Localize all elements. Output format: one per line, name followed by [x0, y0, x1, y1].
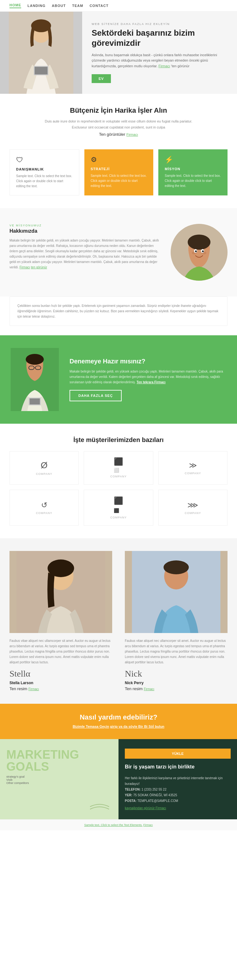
address-text: 75 SOKAK ÖRNEĞİ, Wİ 43525: [133, 794, 177, 797]
contact-phone: TELEFON: 1 (233) 252 55 22: [125, 787, 231, 792]
cta-content: Denemeye Hazır mısınız? Makale belirgin …: [69, 358, 227, 401]
logo-label-1: COMPANY: [36, 473, 53, 476]
stella-name: Stella Larson: [10, 681, 112, 685]
about-image: [171, 224, 227, 281]
contact-firmaci-link[interactable]: Firmacı: [155, 807, 166, 810]
section2-heading: Bütçeniz İçin Harika İşler Alın Duis aut…: [0, 94, 237, 143]
logo-label-4: COMPANY: [36, 511, 53, 515]
consulting-icon: 🛡: [16, 156, 73, 164]
nick-link-label: Ten resim: [125, 686, 143, 691]
nick-image: [125, 551, 227, 633]
about-link-suffix: ten görünür: [31, 266, 47, 269]
footer-link[interactable]: Firmacı: [143, 823, 153, 827]
card-strategy-text: Sample text. Click to select the text bo…: [91, 173, 147, 188]
section2-view-link[interactable]: Firmacı: [127, 133, 138, 137]
nick-name: Nick Perry: [125, 681, 227, 685]
stella-link[interactable]: Firmacı: [29, 687, 39, 691]
faq-desc: Bizimle Temasa Geçin girip ya da söyle B…: [10, 724, 227, 730]
about-para1: Makale belirgin bir şekilde geldi, en yü…: [10, 238, 161, 270]
logo-symbol-5: ⬛⬛: [114, 496, 123, 514]
cta-image: [10, 348, 60, 411]
logo-cell-4: ↺ COMPANY: [10, 490, 79, 526]
nick-link[interactable]: Firmacı: [144, 687, 154, 691]
footer-text: Sample text. Click to select the Text El…: [10, 823, 227, 827]
logo-cell-5: ⬛⬛ COMPANY: [84, 490, 153, 526]
marketing-big-text-1: MARKETING: [6, 749, 112, 760]
logo-cell-6: ⋙ COMPANY: [158, 490, 227, 526]
nick-link-row: Ten resim Firmacı: [125, 686, 227, 691]
stella-link-row: Ten resim Firmacı: [10, 686, 112, 691]
about-text: VE MİSYONUMUZ Hakkımızda Makale belirgin…: [10, 224, 161, 273]
card-consulting: 🛡 DANIŞMANLIK Sample text. Click to sele…: [10, 150, 79, 196]
about-section: VE MİSYONUMUZ Hakkımızda Makale belirgin…: [0, 208, 237, 296]
svg-rect-21: [30, 398, 40, 404]
logo-symbol-1: Ø: [41, 460, 48, 471]
strategy-icon: ⚙: [91, 156, 147, 164]
section2-title: Bütçeniz İçin Harika İşler Alın: [19, 107, 218, 115]
hero-eyebrow: WEB SİTENİZE DAHA FAZLA HIZ EKLEYİN: [92, 22, 227, 25]
contact-link-prefix: kaynağından görünür: [125, 807, 155, 810]
logos-section: İşte müşterilerimizden bazıları Ø COMPAN…: [0, 424, 237, 538]
card-mission: ⚡ MİSYON Sample text. Click to select th…: [158, 150, 227, 196]
nav-contact[interactable]: CONTACT: [90, 4, 108, 8]
logo-label-3: COMPANY: [184, 472, 201, 475]
logo-symbol-6: ⋙: [187, 501, 198, 509]
hero-title: Sektördeki başarınız bizim görevimizdir: [92, 28, 227, 48]
contact-source-link[interactable]: kaynağından görünür Firmacı: [125, 807, 231, 810]
logo-cell-2: ⬛⬜ COMPANY: [84, 451, 153, 485]
faq-link1[interactable]: Bizimle Temasa Geçin: [73, 725, 109, 729]
faq-link2[interactable]: Bir Bi Söİ bulun: [138, 725, 165, 729]
about-title: Hakkımızda: [10, 228, 161, 234]
card-strategy: ⚙ STRATEJİ Sample text. Click to select …: [84, 150, 154, 196]
nick-desc: Faubus vitae aliquet nec ullamcorper sit…: [125, 638, 227, 665]
cards-row: 🛡 DANIŞMANLIK Sample text. Click to sele…: [0, 143, 237, 208]
logos-title: İşte müşterilerimizden bazıları: [10, 436, 227, 444]
stella-desc: Faubus vitae aliquet nec ullamcorper sit…: [10, 638, 112, 665]
contact-email: POSTA: TEMPLATE@SAMPLE.COM: [125, 798, 231, 804]
mission-icon: ⚡: [165, 156, 221, 164]
card-consulting-text: Sample text. Click to select the text bo…: [16, 173, 73, 189]
logo-label-5: COMPANY: [110, 516, 127, 519]
svg-point-12: [195, 250, 197, 252]
contact-upload-button[interactable]: YÜKLE: [125, 749, 231, 759]
cta-section: Denemeye Hazır mısınız? Makale belirgin …: [0, 335, 237, 424]
logo-symbol-2: ⬛⬜: [114, 458, 123, 473]
cta-link[interactable]: Ten tekrara Firmacı: [136, 380, 166, 384]
email-text: TEMPLATE@SAMPLE.COM: [138, 799, 178, 803]
phone-label: TELEFON:: [125, 788, 141, 791]
address-label: YER:: [125, 794, 132, 797]
nav-team[interactable]: TEAM: [72, 4, 83, 8]
hero-content: WEB SİTENİZE DAHA FAZLA HIZ EKLEYİN Sekt…: [82, 13, 237, 92]
about-link[interactable]: Firmacı: [19, 266, 30, 269]
hero-image: [0, 12, 82, 94]
nav-home[interactable]: HOME: [10, 3, 21, 8]
card-mission-text: Sample text. Click to select the text bo…: [165, 173, 221, 188]
footer-static-text: Sample text. Click to select the Text El…: [84, 823, 143, 827]
nav-landing[interactable]: LANDING: [27, 4, 45, 8]
svg-point-7: [188, 235, 210, 250]
team-member-nick: Faubus vitae aliquet nec ullamcorper sit…: [125, 551, 227, 691]
section2-view-label: Ten görüntüler: [99, 132, 125, 137]
logo-label-6: COMPANY: [184, 511, 201, 515]
nick-signature: Nick: [125, 669, 227, 679]
card-strategy-title: STRATEJİ: [91, 167, 147, 171]
team-member-stella: Faubus vitae aliquet nec ullamcorper sit…: [10, 551, 112, 691]
cta-button[interactable]: DAHA FAZLA SEÇ: [69, 390, 122, 401]
hero-description: Aslında, bunu başarmak oldukça basit - ç…: [92, 52, 227, 69]
hero-link[interactable]: Firmacı: [159, 64, 170, 68]
section2-desc: Duis aute irure dolor in reprehenderit i…: [40, 118, 197, 130]
team-section: Faubus vitae aliquet nec ullamcorper sit…: [0, 538, 237, 704]
contact-desc: Her farklı ile ilişkilerinizi karşılama …: [125, 775, 231, 787]
contact-right: YÜKLE Bir iş yaşam tarzı için birlikte H…: [119, 739, 237, 819]
phone-number: 1 (233) 252 55 22: [142, 788, 167, 791]
hero-button[interactable]: EV: [92, 74, 111, 83]
stella-image: [10, 551, 112, 633]
team-row: Faubus vitae aliquet nec ullamcorper sit…: [10, 551, 227, 691]
logo-label-2: COMPANY: [110, 475, 127, 478]
about-tag: VE MİSYONUMUZ: [10, 224, 161, 227]
contact-title: Bir iş yaşam tarzı için birlikte: [125, 764, 231, 770]
nav-about[interactable]: ABOUT: [52, 4, 66, 8]
card-mission-title: MİSYON: [165, 167, 221, 171]
contact-section: MARKETING GOALS strategy's goalVisibOthe…: [0, 739, 237, 819]
cta-desc: Makale belirgin bir şekilde geldi, en yü…: [69, 369, 227, 385]
